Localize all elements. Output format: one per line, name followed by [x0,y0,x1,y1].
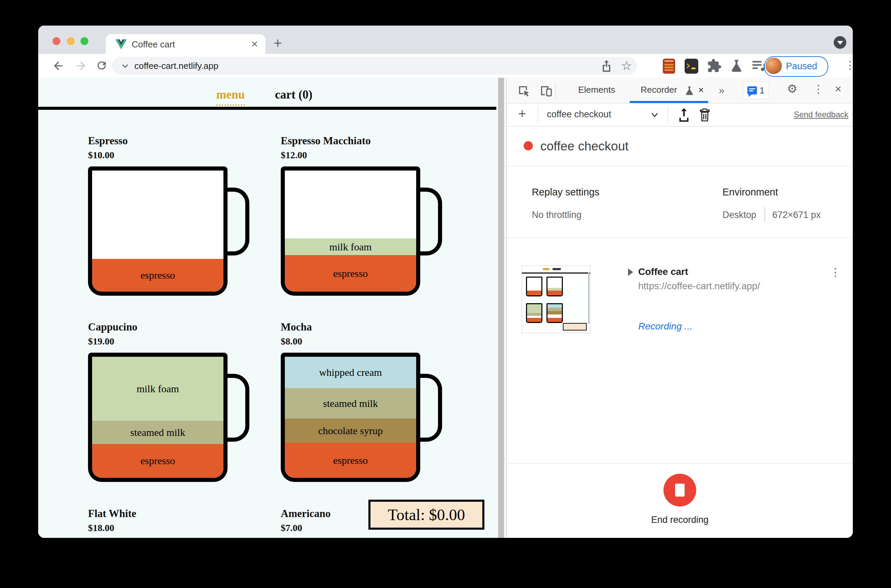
environment-label[interactable]: Environment [723,187,778,198]
site-info-chevron-icon[interactable] [121,62,130,70]
device-toolbar-icon[interactable] [539,84,553,98]
recording-thumbnail[interactable] [522,266,591,333]
cup-espresso-macchiato[interactable]: milk foamespresso [281,166,420,296]
cup-cappucino[interactable]: milk foamsteamed milkespresso [88,352,228,482]
inspect-element-icon[interactable] [517,84,531,98]
minimize-window-button[interactable] [67,37,75,45]
cart-total[interactable]: Total: $0.00 [368,500,484,530]
replay-settings-label[interactable]: Replay settings [532,187,599,198]
environment-viewport: 672×671 px [772,210,821,220]
nav-menu-link[interactable]: menu [216,88,245,106]
send-feedback-link[interactable]: Send feedback [794,110,848,119]
item-price: $19.00 [88,336,114,347]
url-text[interactable]: coffee-cart.netlify.app [134,61,218,71]
add-recording-button[interactable]: + [518,106,526,122]
item-name: Flat White [88,507,136,520]
forward-button[interactable] [74,59,87,72]
tab-close-icon[interactable]: × [251,37,258,51]
tab-elements[interactable]: Elements [578,85,615,95]
back-button[interactable] [52,59,65,72]
issues-counter[interactable]: 1 [743,81,769,99]
item-price: $8.00 [281,336,302,347]
devtools-panel: Elements Recorder × » 1 ⚙ ⋮ × [506,78,853,538]
item-name: Cappucino [88,321,138,333]
cup-body: whipped creamsteamed milkchocolate syrup… [281,352,420,482]
devtools-tabbar: Elements Recorder × » 1 ⚙ ⋮ × [507,78,853,104]
extension-flask-icon[interactable] [729,58,744,74]
recorder-tab-close-icon[interactable]: × [698,85,704,96]
bookmark-star-icon[interactable]: ☆ [621,60,632,72]
more-tabs-icon[interactable]: » [719,85,724,96]
cup-layer-espresso: espresso [285,443,416,478]
active-tab-underline [630,101,708,103]
recording-status: Recording ... [638,321,693,332]
end-recording-section: End recording [507,464,853,538]
tab-title: Coffee cart [132,39,175,50]
end-recording-label: End recording [507,514,853,525]
recording-title: coffee checkout [540,139,628,153]
cup-mocha[interactable]: whipped creamsteamed milkchocolate syrup… [281,352,420,482]
nav-cart-link[interactable]: cart (0) [275,88,312,102]
tab-search-button[interactable] [834,36,846,49]
cup-layer-empty [92,171,224,259]
delete-recording-icon[interactable] [698,107,711,123]
divider [668,107,668,123]
cup-layer-espresso: espresso [92,259,224,292]
issues-count: 1 [760,85,765,96]
item-price: $18.00 [88,522,114,533]
recording-select[interactable]: coffee checkout [547,109,611,120]
step-title[interactable]: Coffee cart [638,266,688,277]
close-window-button[interactable] [52,37,60,45]
extension-abacus-icon[interactable] [662,58,676,74]
tab-recorder[interactable]: Recorder [640,85,677,95]
extensions-puzzle-icon[interactable] [707,58,722,74]
address-bar[interactable]: coffee-cart.netlify.app ☆ [112,57,637,75]
cup-layer-milk-foam: milk foam [285,238,416,255]
cup-layer-espresso: espresso [285,255,416,292]
step-url: https://coffee-cart.netlify.app/ [638,281,760,292]
cup-layer-espresso: espresso [92,444,224,478]
cup-layer-steamed-milk: steamed milk [92,421,224,444]
devtools-close-icon[interactable]: × [835,82,842,95]
desktop-background: Coffee cart × + coffee-cart.netlify.app [0,0,891,588]
divider [555,82,556,98]
item-name: Mocha [281,321,312,333]
cup-body: espresso [88,166,228,296]
end-recording-button[interactable] [663,474,696,507]
content-area: menu cart (0) Espresso$10.00espressoEspr… [38,78,853,538]
environment-device: Desktop [723,210,756,220]
issues-chat-icon [747,86,757,94]
browser-menu-kebab-icon[interactable]: ⋮ [844,59,853,71]
page-scrollbar[interactable] [496,78,506,538]
select-chevron-down-icon[interactable] [650,111,659,118]
share-icon[interactable] [601,60,612,72]
recording-header-section: coffee checkout [507,126,853,166]
avatar [765,58,782,74]
item-price: $12.00 [281,150,307,160]
item-name: Americano [281,507,330,520]
recording-step[interactable]: Coffee cart https://coffee-cart.netlify.… [507,238,853,374]
recorder-toolbar: + coffee checkout Send feedback [507,104,853,126]
cup-espresso[interactable]: espresso [88,166,228,296]
profile-paused-button[interactable]: Paused [764,56,828,77]
new-tab-button[interactable]: + [274,34,282,52]
browser-tab[interactable]: Coffee cart × [106,34,266,54]
cup-layer-whipped-cream: whipped cream [285,357,416,388]
item-name: Espresso [88,135,128,147]
cup-layer-milk-foam: milk foam [92,357,224,421]
stop-icon [675,484,685,496]
settings-gear-icon[interactable]: ⚙ [787,82,797,95]
cup-body: milk foamsteamed milkespresso [88,352,228,482]
zoom-window-button[interactable] [81,37,88,45]
devtools-kebab-icon[interactable]: ⋮ [813,83,824,95]
recording-dot-icon [524,141,533,150]
scrollbar-thumb[interactable] [498,78,504,538]
replay-throttling-value: No throttling [532,210,582,220]
extension-terminal-icon[interactable] [684,58,699,74]
header-rule [38,107,496,110]
step-kebab-icon[interactable]: ⋮ [830,266,841,278]
export-recording-icon[interactable] [677,107,691,123]
browser-toolbar: coffee-cart.netlify.app ☆ [38,54,853,78]
reload-button[interactable] [96,59,108,72]
step-expand-triangle-icon[interactable] [628,268,633,276]
